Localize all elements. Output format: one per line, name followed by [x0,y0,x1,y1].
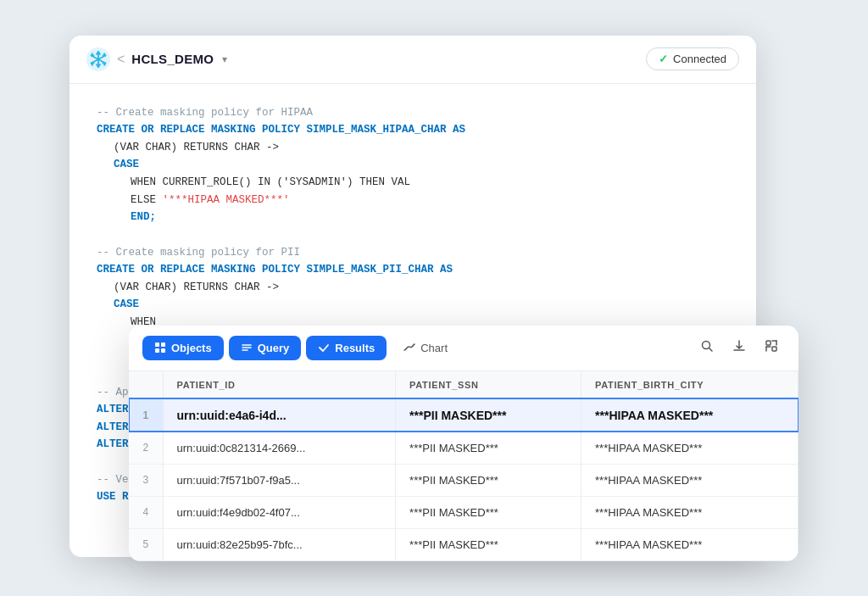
table-row[interactable]: 5 urn:uuid:82e25b95-7bfc... ***PII MASKE… [129,528,798,560]
checkmark-icon: ✓ [659,53,668,65]
svg-line-11 [104,63,105,64]
patient-birth-city-cell: ***HIPAA MASKED*** [581,496,798,528]
title-bar-left: < HCLS_DEMO ▾ [86,47,227,71]
results-panel: Objects Query Results Cha [129,326,798,561]
download-button[interactable] [726,336,753,359]
code-line: CREATE OR REPLACE MASKING POLICY SIMPLE_… [97,261,729,279]
chevron-down-icon[interactable]: ▾ [222,53,227,65]
expand-button[interactable] [758,336,785,359]
expand-icon [765,339,778,353]
patient-id-header: PATIENT_ID [163,371,396,399]
code-line: CASE [114,156,729,174]
code-line: CREATE OR REPLACE MASKING POLICY SIMPLE_… [97,121,729,139]
results-table: PATIENT_ID PATIENT_SSN PATIENT_BIRTH_CIT… [129,371,798,561]
patient-id-cell: urn:uuid:7f571b07-f9a5... [163,464,396,496]
search-button[interactable] [693,336,721,359]
svg-line-15 [104,53,105,55]
patient-id-cell: urn:uuid:82e25b95-7bfc... [163,528,396,560]
patient-birth-city-cell: ***HIPAA MASKED*** [581,528,798,560]
patient-birth-city-cell: ***HIPAA MASKED*** [581,398,798,432]
patient-ssn-cell: ***PII MASKED*** [396,398,581,432]
main-container: < HCLS_DEMO ▾ ✓ Connected -- Create mask… [70,36,798,561]
svg-rect-18 [155,348,159,353]
svg-line-24 [709,348,713,352]
svg-rect-17 [161,343,165,347]
patient-birth-city-header: PATIENT_BIRTH_CITY [581,371,798,399]
connected-label: Connected [673,53,726,65]
objects-button[interactable]: Objects [142,336,224,360]
svg-rect-26 [766,341,771,345]
patient-birth-city-cell: ***HIPAA MASKED*** [581,432,798,464]
results-toolbar: Objects Query Results Cha [129,326,798,371]
patient-birth-city-cell: ***HIPAA MASKED*** [581,464,798,496]
code-line: ELSE '***HIPAA MASKED***' [131,192,729,209]
table-body: 1 urn:uuid:e4a6-i4d... ***PII MASKED*** … [129,398,798,560]
patient-id-cell: urn:uuid:e4a6-i4d... [163,398,396,432]
row-number: 3 [129,464,163,496]
svg-rect-16 [155,343,159,347]
row-number-header [129,371,163,399]
title-bar: < HCLS_DEMO ▾ ✓ Connected [70,36,756,84]
patient-ssn-cell: ***PII MASKED*** [396,496,581,528]
row-number: 5 [129,528,163,560]
svg-line-9 [92,53,92,55]
table-row[interactable]: 1 urn:uuid:e4a6-i4d... ***PII MASKED*** … [129,398,798,432]
patient-id-cell: urn:uuid:f4e9db02-4f07... [163,496,396,528]
patient-ssn-cell: ***PII MASKED*** [396,432,581,464]
patient-ssn-header: PATIENT_SSN [396,371,581,399]
patient-ssn-cell: ***PII MASKED*** [396,528,581,560]
svg-rect-19 [161,348,165,353]
patient-ssn-cell: ***PII MASKED*** [396,464,581,496]
code-line: (VAR CHAR) RETURNS CHAR -> [114,279,729,297]
chart-icon [403,342,415,354]
objects-icon [154,342,166,354]
code-line: END; [131,209,729,226]
breadcrumb-separator: < [117,52,125,67]
chart-button[interactable]: Chart [392,336,459,360]
code-line: CASE [114,296,729,314]
table-row[interactable]: 4 urn:uuid:f4e9db02-4f07... ***PII MASKE… [129,496,798,528]
database-name: HCLS_DEMO [131,52,214,66]
row-number: 4 [129,496,163,528]
results-icon [318,342,330,354]
query-icon [241,342,253,354]
table-header: PATIENT_ID PATIENT_SSN PATIENT_BIRTH_CIT… [129,371,798,399]
code-line: (VAR CHAR) RETURNS CHAR -> [114,139,729,157]
row-number: 1 [129,398,163,432]
search-icon [700,339,714,353]
row-number: 2 [129,432,163,464]
download-icon [732,339,746,353]
svg-line-13 [92,63,92,64]
code-line: -- Create masking policy for PII [97,244,729,262]
table-row[interactable]: 3 urn:uuid:7f571b07-f9a5... ***PII MASKE… [129,464,798,496]
results-button[interactable]: Results [306,336,387,360]
svg-rect-27 [772,347,776,351]
query-button[interactable]: Query [229,336,302,360]
table-row[interactable]: 2 urn:uuid:0c821314-2669... ***PII MASKE… [129,432,798,464]
patient-id-cell: urn:uuid:0c821314-2669... [163,432,396,464]
snowflake-icon [86,47,110,71]
connected-badge: ✓ Connected [646,47,739,70]
code-line: WHEN CURRENT_ROLE() IN ('SYSADMIN') THEN… [131,174,729,192]
code-line: -- Create masking policy for HIPAA [97,104,729,122]
code-line-blank [97,226,729,244]
